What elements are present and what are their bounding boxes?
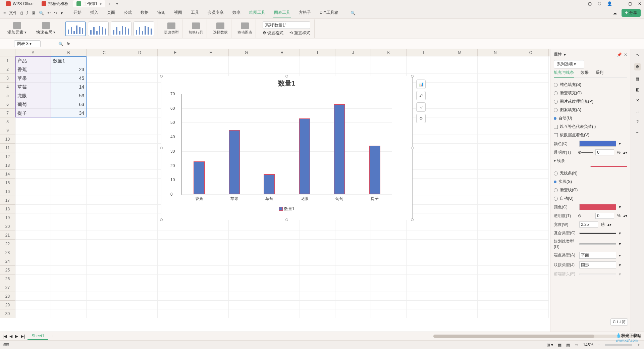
tab-series[interactable]: 系列 — [595, 68, 603, 78]
cell[interactable] — [122, 109, 158, 117]
new-tab-button[interactable]: ＋ — [107, 1, 113, 7]
cell[interactable] — [87, 83, 122, 91]
cell[interactable] — [122, 117, 158, 126]
cell[interactable] — [158, 56, 193, 65]
cell[interactable] — [264, 301, 300, 309]
cell[interactable] — [371, 275, 407, 283]
row-header[interactable]: 11 — [0, 144, 15, 152]
cell[interactable] — [122, 292, 158, 301]
cell[interactable] — [193, 248, 229, 257]
chart-style-icon[interactable]: 🖌 — [416, 91, 426, 100]
cell[interactable] — [300, 248, 335, 257]
join-type-select[interactable]: 圆形 — [579, 261, 616, 268]
cell[interactable] — [193, 275, 229, 283]
cell[interactable] — [158, 301, 193, 309]
cell[interactable] — [87, 187, 122, 196]
cell[interactable] — [442, 170, 478, 179]
compound-type-select[interactable] — [579, 233, 616, 234]
print-icon[interactable]: ⤴ — [26, 11, 28, 15]
cell[interactable] — [229, 240, 264, 248]
change-type-button[interactable]: 更改类型 — [161, 19, 182, 38]
cell[interactable] — [158, 65, 193, 74]
row-header[interactable]: 5 — [0, 91, 15, 100]
cell[interactable] — [158, 309, 193, 318]
col-header[interactable]: F — [193, 49, 229, 56]
quick-layout-group[interactable]: 快速布局 ▾ — [33, 19, 59, 38]
chart-elements-icon[interactable]: 📊 — [416, 80, 426, 89]
cell[interactable] — [87, 205, 122, 213]
chart-title[interactable]: 数量1 — [161, 76, 412, 91]
cell[interactable] — [442, 231, 478, 240]
cell[interactable] — [15, 152, 51, 161]
more-icon[interactable]: ⋯ — [636, 130, 640, 135]
cell[interactable] — [122, 309, 158, 318]
sheet-prev-icon[interactable]: ◀ — [9, 334, 12, 339]
cell[interactable] — [407, 65, 442, 74]
add-sheet-icon[interactable]: ＋ — [51, 333, 55, 339]
cell[interactable] — [51, 170, 87, 179]
cell[interactable] — [158, 257, 193, 266]
col-header[interactable]: J — [335, 49, 371, 56]
menu-1[interactable]: 插入 — [90, 8, 99, 17]
avatar-icon[interactable]: 👤 — [607, 1, 612, 6]
col-header[interactable]: I — [300, 49, 335, 56]
cell[interactable] — [87, 179, 122, 187]
menu-9[interactable]: 效率 — [232, 8, 241, 17]
cell[interactable] — [15, 179, 51, 187]
radio-solid-line[interactable]: 实线(S) — [554, 178, 627, 186]
chart-bar[interactable] — [194, 161, 205, 194]
cell[interactable] — [15, 126, 51, 135]
series-options-dropdown[interactable]: 系列选项 ▾ — [554, 60, 584, 68]
cell[interactable] — [513, 65, 549, 74]
cell[interactable] — [122, 161, 158, 170]
cell[interactable] — [371, 283, 407, 292]
cell[interactable] — [513, 283, 549, 292]
cell[interactable]: 葡萄 — [15, 100, 51, 109]
cell[interactable] — [15, 301, 51, 309]
cell[interactable] — [513, 161, 549, 170]
cell[interactable] — [335, 231, 371, 240]
cell[interactable] — [122, 91, 158, 100]
cell[interactable] — [122, 152, 158, 161]
cell[interactable] — [51, 231, 87, 240]
menu-6[interactable]: 视图 — [173, 8, 183, 17]
cell[interactable] — [193, 283, 229, 292]
cell[interactable] — [335, 65, 371, 74]
check-invert-negative[interactable]: 以互补色代表负值(I) — [554, 122, 627, 131]
cell[interactable] — [442, 83, 478, 91]
zoom-slider[interactable] — [605, 344, 632, 346]
cell[interactable] — [335, 301, 371, 309]
cell[interactable] — [122, 187, 158, 196]
chart-bar[interactable] — [229, 130, 240, 194]
cell[interactable] — [229, 56, 264, 65]
chart-style-thumb[interactable] — [111, 21, 131, 36]
zoom-level[interactable]: 145% — [583, 343, 593, 347]
row-header[interactable]: 2 — [0, 65, 15, 74]
cell[interactable] — [442, 266, 478, 275]
cell[interactable] — [300, 240, 335, 248]
zoom-in-icon[interactable]: ＋ — [637, 342, 641, 348]
cell[interactable] — [335, 283, 371, 292]
cell[interactable] — [193, 301, 229, 309]
cell[interactable] — [51, 135, 87, 144]
cell[interactable] — [513, 83, 549, 91]
minimize-icon[interactable]: — — [618, 1, 622, 6]
cell[interactable] — [15, 292, 51, 301]
cell[interactable] — [193, 231, 229, 240]
move-chart-button[interactable]: 移动图表 — [234, 19, 256, 38]
cell[interactable] — [264, 292, 300, 301]
cell[interactable] — [122, 266, 158, 275]
cell[interactable] — [229, 248, 264, 257]
menu-8[interactable]: 会员专享 — [207, 8, 224, 17]
sheet-last-icon[interactable]: ▶| — [21, 334, 25, 339]
cell[interactable] — [513, 240, 549, 248]
cell[interactable] — [442, 257, 478, 266]
window-icon[interactable]: ▢ — [588, 1, 592, 6]
cell[interactable] — [87, 222, 122, 231]
cell[interactable] — [87, 74, 122, 83]
cell[interactable]: 龙眼 — [15, 91, 51, 100]
cell[interactable] — [478, 309, 513, 318]
cell[interactable] — [407, 257, 442, 266]
cell[interactable] — [300, 56, 335, 65]
cell[interactable] — [193, 292, 229, 301]
